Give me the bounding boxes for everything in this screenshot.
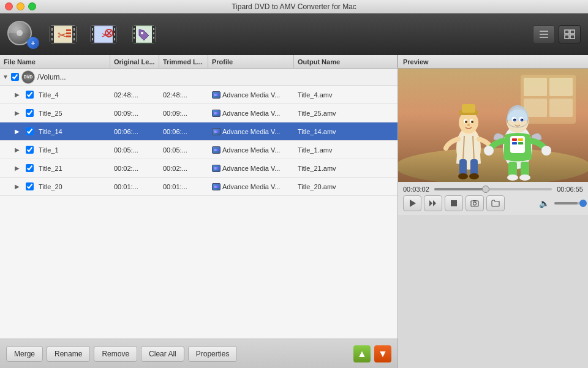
- volume-bar[interactable]: [554, 202, 584, 205]
- maximize-button[interactable]: [28, 2, 36, 10]
- remove-button[interactable]: Remove: [94, 346, 137, 362]
- seek-bar[interactable]: [434, 188, 552, 190]
- cell-name: ▶ Title_20: [0, 178, 110, 195]
- svg-point-72: [513, 119, 516, 122]
- move-up-button[interactable]: ▲: [353, 345, 371, 362]
- cell-original: 00:01:...: [110, 178, 159, 195]
- svg-rect-7: [74, 33, 75, 36]
- svg-text:✂: ✂: [58, 29, 67, 42]
- properties-button[interactable]: Properties: [188, 346, 238, 362]
- svg-marker-82: [410, 200, 416, 207]
- list-view-button[interactable]: [533, 25, 555, 43]
- seek-thumb[interactable]: [482, 186, 489, 193]
- file-panel: File Name Original Le... Trimmed L... Pr…: [0, 55, 398, 368]
- merge-button[interactable]: Merge: [6, 346, 43, 362]
- fast-forward-button[interactable]: [424, 195, 442, 211]
- header-filename: File Name: [0, 55, 110, 68]
- svg-rect-10: [66, 29, 71, 31]
- folder-button[interactable]: [486, 195, 505, 211]
- svg-point-80: [484, 146, 494, 156]
- table-row[interactable]: ▶ Title_14 00:06:... 00:06:... Advance M…: [0, 122, 398, 141]
- cell-profile: Advance Media V...: [208, 86, 294, 103]
- minimize-button[interactable]: [17, 2, 24, 10]
- row-play-button[interactable]: ▶: [15, 127, 23, 136]
- current-time: 00:03:02: [403, 186, 429, 193]
- cell-profile: Advance Media V...: [208, 178, 294, 195]
- cell-output: Title_21.amv: [294, 159, 398, 177]
- header-trimmed: Trimmed L...: [159, 55, 208, 68]
- row-play-button[interactable]: ▶: [15, 91, 23, 99]
- svg-rect-32: [153, 28, 154, 30]
- video-edit-button-1[interactable]: ✂: [48, 19, 78, 50]
- cell-original: 00:06:...: [110, 122, 159, 140]
- table-header: File Name Original Le... Trimmed L... Pr…: [0, 55, 398, 69]
- row-checkbox[interactable]: [26, 164, 34, 172]
- rename-button[interactable]: Rename: [47, 346, 90, 362]
- svg-rect-12: [66, 36, 71, 37]
- row-checkbox[interactable]: [26, 109, 34, 117]
- row-checkbox[interactable]: [26, 91, 34, 99]
- screenshot-button[interactable]: [466, 195, 484, 211]
- cell-name: ▶ Title_1: [0, 141, 110, 159]
- svg-rect-40: [570, 30, 575, 34]
- row-title: Title_25: [39, 110, 62, 117]
- row-title: Title_4: [39, 91, 59, 99]
- row-checkbox[interactable]: [26, 127, 34, 135]
- expand-icon[interactable]: ▼: [2, 73, 9, 80]
- svg-point-79: [519, 175, 530, 181]
- table-row[interactable]: ▶ Title_1 00:05:... 00:05:... Advance Me…: [0, 141, 398, 159]
- svg-point-35: [141, 32, 143, 34]
- svg-rect-21: [114, 38, 115, 40]
- cell-output: Title_14.amv: [294, 122, 398, 140]
- header-original: Original Le...: [110, 55, 159, 68]
- profile-cell-icon: [212, 110, 221, 117]
- video-edit-button-3[interactable]: [129, 19, 159, 50]
- preview-video: [398, 69, 588, 182]
- video-edit-button-2[interactable]: ✂: [88, 19, 119, 50]
- close-button[interactable]: [5, 2, 13, 10]
- preview-label: Preview: [398, 55, 588, 69]
- clear-all-button[interactable]: Clear All: [141, 346, 184, 362]
- table-row[interactable]: ▶ Title_4 02:48:... 02:48:... Advance Me…: [0, 86, 398, 104]
- svg-marker-84: [433, 200, 436, 206]
- table-row[interactable]: ▶ Title_21 00:02:... 00:02:... Advance M…: [0, 159, 398, 178]
- svg-rect-66: [518, 138, 523, 141]
- window-controls: [5, 2, 36, 10]
- row-checkbox[interactable]: [26, 182, 34, 190]
- table-row[interactable]: ▶ Title_20 00:01:... 00:01:... Advance M…: [0, 178, 398, 196]
- volume-thumb[interactable]: [579, 200, 587, 207]
- svg-rect-34: [153, 37, 154, 39]
- row-play-button[interactable]: ▶: [15, 109, 23, 118]
- cell-trimmed: 02:48:...: [159, 86, 208, 103]
- cell-trimmed: 00:05:...: [159, 141, 208, 159]
- stop-button[interactable]: [445, 195, 463, 211]
- svg-rect-3: [51, 28, 53, 31]
- load-dvd-button[interactable]: +: [7, 19, 38, 50]
- dvd-icon: DVD: [21, 70, 35, 84]
- svg-rect-30: [134, 32, 135, 34]
- root-checkbox[interactable]: [11, 73, 19, 81]
- file-rows-container: ▶ Title_4 02:48:... 02:48:... Advance Me…: [0, 86, 398, 196]
- profile-cell-icon: [212, 146, 221, 154]
- svg-point-73: [521, 119, 524, 122]
- svg-point-78: [507, 175, 518, 181]
- cell-original: 00:05:...: [110, 141, 159, 159]
- row-play-button[interactable]: ▶: [15, 182, 23, 191]
- move-down-button[interactable]: ▼: [374, 345, 391, 362]
- row-checkbox[interactable]: [26, 146, 34, 154]
- svg-rect-29: [134, 28, 135, 30]
- row-play-button[interactable]: ▶: [15, 146, 23, 154]
- svg-point-57: [471, 121, 473, 123]
- svg-rect-42: [570, 35, 575, 39]
- svg-rect-8: [74, 38, 75, 40]
- svg-rect-65: [512, 138, 517, 141]
- svg-point-62: [469, 173, 479, 179]
- table-row[interactable]: ▶ Title_25 00:09:... 00:09:... Advance M…: [0, 104, 398, 122]
- row-play-button[interactable]: ▶: [15, 164, 23, 173]
- play-button[interactable]: [403, 195, 421, 211]
- main-content: File Name Original Le... Trimmed L... Pr…: [0, 55, 588, 368]
- volume-fill: [554, 202, 578, 205]
- grid-view-button[interactable]: [559, 25, 581, 43]
- svg-rect-4: [51, 33, 53, 36]
- root-row[interactable]: ▼ DVD /Volum...: [0, 69, 398, 86]
